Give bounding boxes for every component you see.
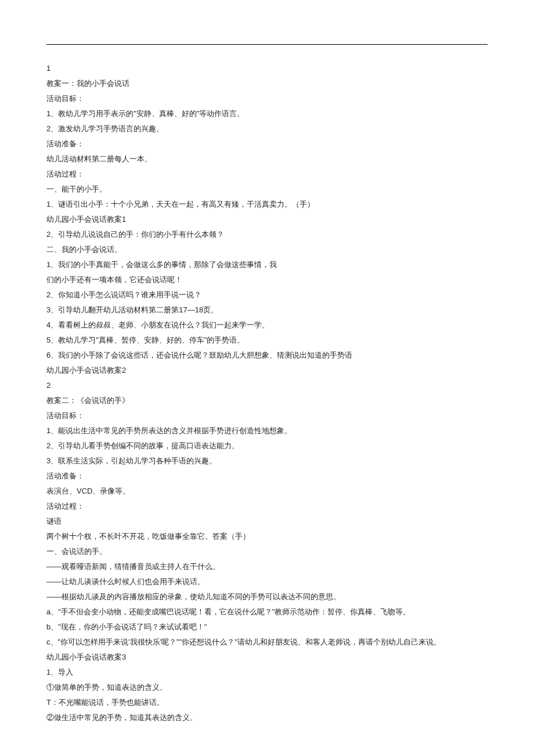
document-body: 1教案一：我的小手会说话活动目标：1、教幼儿学习用手表示的"安静、真棒、好的"等… — [46, 61, 488, 725]
text-line: ——让幼儿谈谈什么时候人们也会用手来说话。 — [46, 574, 488, 589]
text-line: b、"现在，你的小手会说话了吗？来试试看吧！" — [46, 620, 488, 635]
text-line: 1 — [46, 61, 488, 76]
text-line: 幼儿园小手会说话教案1 — [46, 212, 488, 227]
text-line: 3、联系生活实际，引起幼儿学习各种手语的兴趣。 — [46, 453, 488, 469]
horizontal-rule — [46, 44, 488, 45]
text-line: 活动过程： — [46, 167, 488, 182]
text-line: ②做生活中常见的手势，知道其表达的含义。 — [46, 710, 488, 725]
text-line: 3、引导幼儿翻开幼儿活动材料第二册第17—18页。 — [46, 303, 488, 318]
text-line: ①做简单的手势，知道表达的含义。 — [46, 680, 488, 695]
text-line: c、"你可以怎样用手来说'我很快乐'呢？""你还想说什么？"请幼儿和好朋友说、和… — [46, 635, 488, 650]
text-line: 幼儿园小手会说话教案2 — [46, 363, 488, 378]
text-line: 2 — [46, 378, 488, 393]
text-line: 1、导入 — [46, 665, 488, 680]
text-line: 教案二：《会说话的手》 — [46, 393, 488, 408]
text-line: 活动目标： — [46, 408, 488, 423]
text-line: 表演台、VCD、录像等。 — [46, 484, 488, 499]
text-line: 一、会说话的手。 — [46, 544, 488, 559]
text-line: 1、教幼儿学习用手表示的"安静、真棒、好的"等动作语言。 — [46, 106, 488, 121]
text-line: 教案一：我的小手会说话 — [46, 76, 488, 91]
text-line: 1、谜语引出小手：十个小兄弟，天天在一起，有高又有矮，干活真卖力。（手） — [46, 197, 488, 212]
text-line: 1、我们的小手真能干，会做这么多的事情，那除了会做这些事情，我 — [46, 257, 488, 272]
text-line: 4、看看树上的叔叔、老师、小朋友在说什么？我们一起来学一学。 — [46, 318, 488, 333]
text-line: 2、引导幼儿说说自己的手：你们的小手有什么本领？ — [46, 227, 488, 242]
text-line: ——观看哑语新闻，猜猜播音员或主持人在干什么。 — [46, 559, 488, 574]
text-line: 1、能说出生活中常见的手势所表达的含义并根据手势进行创造性地想象。 — [46, 423, 488, 438]
text-line: 两个树十个杈，不长叶不开花，吃饭做事全靠它。答案（手） — [46, 529, 488, 544]
text-line: ——根据幼儿谈及的内容播放相应的录象，使幼儿知道不同的手势可以表达不同的意思。 — [46, 589, 488, 604]
text-line: 幼儿园小手会说话教案3 — [46, 650, 488, 665]
text-line: 们的小手还有一项本领，它还会说话呢！ — [46, 272, 488, 287]
text-line: 6、我们的小手除了会说这些话，还会说什么呢？鼓励幼儿大胆想象、猜测说出知道的手势… — [46, 348, 488, 363]
text-line: 2、你知道小手怎么说话吗？谁来用手说一说？ — [46, 287, 488, 303]
text-line: 2、激发幼儿学习手势语言的兴趣。 — [46, 121, 488, 136]
text-line: 5、教幼儿学习"真棒、暂停、安静、好的、停车"的手势语。 — [46, 333, 488, 348]
text-line: 活动过程： — [46, 499, 488, 514]
text-line: 2、引导幼儿看手势创编不同的故事，提高口语表达能力。 — [46, 438, 488, 453]
text-line: 活动准备： — [46, 469, 488, 484]
text-line: a、"手不但会变小动物，还能变成嘴巴说话呢！看，它在说什么呢？"教师示范动作：暂… — [46, 604, 488, 620]
text-line: 幼儿活动材料第二册每人一本。 — [46, 152, 488, 167]
text-line: 活动目标： — [46, 91, 488, 106]
text-line: 一、能干的小手。 — [46, 182, 488, 197]
text-line: 谜语 — [46, 514, 488, 529]
text-line: T：不光嘴能说话，手势也能讲话。 — [46, 695, 488, 710]
text-line: 活动准备： — [46, 136, 488, 152]
text-line: 二、我的小手会说话。 — [46, 242, 488, 257]
document-page: 1教案一：我的小手会说话活动目标：1、教幼儿学习用手表示的"安静、真棒、好的"等… — [0, 0, 534, 748]
